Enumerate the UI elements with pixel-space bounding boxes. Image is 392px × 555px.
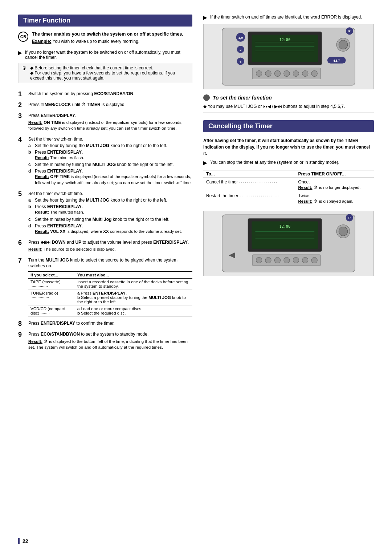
svg-point-26 [311, 70, 317, 76]
step-4b-text: Press ENTER/DISPLAY.Result: The minutes … [35, 150, 84, 161]
two-col-layout: Timer Function GB The timer enables you … [18, 15, 374, 540]
step-7: 7 Turn the MULTI JOG knob to select the … [18, 257, 192, 317]
cancel-bold-intro: After having set the timer, it will star… [203, 137, 374, 157]
svg-point-41 [256, 257, 262, 263]
step-5d-text: Press ENTER/DISPLAY.Result: VOL XX is di… [35, 223, 182, 234]
to-set-note: ◆ You may use MULTI JOG or ⏮◀ / ▶⏭ butto… [203, 104, 374, 109]
step-8-num: 8 [18, 320, 25, 327]
arrow-icon-cancel: ▶ [203, 160, 207, 166]
step-5-num: 5 [18, 191, 25, 197]
note-icon: 🎙 [21, 65, 27, 72]
svg-text:2: 2 [240, 48, 241, 52]
svg-text:1,9: 1,9 [238, 36, 243, 40]
timer-to-restart: Restart the timer ····················· [203, 192, 295, 206]
step-6-text: Press ⏮/⏭ DOWN and UP to adjust the volu… [28, 239, 192, 246]
step-8-text: Press ENTER/DISPLAY to confirm the timer… [28, 320, 192, 327]
timer-table: To... Press TIMER ON/OFF... Cancel the t… [203, 170, 374, 206]
gb-badge: GB [18, 32, 28, 42]
timer-press-restart: Twice. Result: ⏱ is displayed again. [295, 192, 374, 206]
svg-text:P: P [348, 29, 351, 33]
step-4a: a Set the hour by tuning the MULTI JOG k… [28, 143, 192, 148]
cancel-arrow-text: You can stop the timer at any time (syst… [210, 160, 339, 166]
source-tuner: TUNER (radio) ················ [28, 290, 75, 305]
step-2-content: Press TIMER/CLOCK until ⏱ TIMER is displ… [28, 102, 192, 109]
step-2: 2 Press TIMER/CLOCK until ⏱ TIMER is dis… [18, 102, 192, 109]
device-image-bottom: 12:00 P [203, 211, 374, 276]
step-5-text: Set the timer switch-off time. [28, 191, 192, 197]
step-2-num: 2 [18, 102, 25, 108]
svg-point-42 [265, 257, 271, 263]
step-1-num: 1 [18, 91, 25, 97]
note-line-1: ◆ Before setting the timer, check that t… [30, 65, 189, 70]
action-vcdcd: a Load one or more compact discs. b Sele… [75, 305, 192, 317]
page-number: 22 [18, 538, 28, 544]
col-header-source: If you select... [28, 272, 75, 279]
svg-point-14 [339, 40, 347, 49]
step-5-content: Set the timer switch-off time. a Set the… [28, 191, 192, 236]
step-4d-letter: d [28, 169, 33, 185]
right-column: ▶ If the timer switch on and off times a… [203, 15, 374, 540]
svg-point-24 [293, 70, 299, 76]
step-7-table: If you select... You must also... TAPE (… [28, 271, 192, 317]
device-svg-bottom: 12:00 P [204, 211, 373, 276]
svg-text:12:00: 12:00 [279, 224, 291, 228]
step-4-text: Set the timer switch-on time. [28, 136, 192, 142]
divider-cancel-top [203, 113, 374, 113]
note-block: 🎙 ◆ Before setting the timer, check that… [18, 63, 192, 83]
intro-bold: The timer enables you to switch the syst… [32, 32, 192, 37]
step-5a-text: Set the hour by tuning the MULTI JOG kno… [35, 198, 167, 203]
step-4-content: Set the timer switch-on time. a Set the … [28, 136, 192, 187]
step-3-result: Result: ON TIME is displayed (instead of… [28, 119, 192, 131]
left-column: Timer Function GB The timer enables you … [18, 15, 192, 540]
step-9-result: Result: ⏱ is displayed to the bottom lef… [28, 339, 192, 350]
device-image-top: 12:00 1,9 2 6 4,5,7 3,4,5,6,7 [203, 24, 374, 89]
step-7-num: 7 [18, 257, 25, 264]
timer-row-cancel: Cancel the timer ···················· On… [203, 178, 374, 192]
timer-col-to: To... [203, 170, 295, 178]
step-6-content: Press ⏮/⏭ DOWN and UP to adjust the volu… [28, 239, 192, 254]
svg-text:4,5,7: 4,5,7 [333, 59, 340, 62]
action-tuner: a Press ENTER/DISPLAY. b Select a preset… [75, 290, 192, 305]
step-7-text: Turn the MULTI JOG knob to select the so… [28, 257, 192, 270]
step-4d-text: Press ENTER/DISPLAY.Result: OFF TIME is … [35, 169, 192, 185]
arrow-icon-1: ▶ [18, 50, 22, 56]
step-2-text: Press TIMER/CLOCK until ⏱ TIMER is displ… [28, 102, 192, 108]
example-line: Example: You wish to wake up to music ev… [32, 39, 192, 44]
step-4c-text: Set the minutes by tuning the MULTI JOG … [35, 162, 174, 167]
svg-point-23 [284, 70, 290, 76]
step-5b: b Press ENTER/DISPLAY.Result: The minute… [28, 204, 192, 215]
table-row-tape: TAPE (cassette) ··············· Insert a… [28, 279, 192, 290]
svg-text:12:00: 12:00 [279, 38, 291, 42]
svg-point-45 [293, 257, 299, 263]
timer-row-restart: Restart the timer ····················· … [203, 192, 374, 206]
note-line-2: ◆ For each step, you have a few seconds … [30, 70, 189, 81]
svg-point-39 [339, 227, 347, 236]
step-4b: b Press ENTER/DISPLAY.Result: The minute… [28, 150, 192, 161]
error-note-block: ▶ If the timer switch on and off times a… [203, 15, 374, 20]
divider-1 [18, 87, 192, 87]
device-svg-top: 12:00 1,9 2 6 4,5,7 3,4,5,6,7 [204, 24, 373, 89]
timer-press-cancel: Once. Result: ⏱ is no longer displayed. [295, 178, 374, 192]
divider-bottom [18, 355, 192, 355]
step-4: 4 Set the timer switch-on time. a Set th… [18, 136, 192, 187]
step-5c: c Set the minutes by tuning the Multi Jo… [28, 217, 192, 222]
step-9-num: 9 [18, 331, 25, 338]
action-tape: Insert a recorded cassette in one of the… [75, 279, 192, 290]
step-4c: c Set the minutes by tuning the MULTI JO… [28, 162, 192, 167]
step-9-content: Press ECO/STANDBY/ON to set the system t… [28, 331, 192, 351]
svg-point-43 [274, 257, 280, 263]
step-5d: d Press ENTER/DISPLAY.Result: VOL XX is … [28, 223, 192, 234]
svg-point-44 [284, 257, 290, 263]
timer-function-header: Timer Function [18, 15, 192, 27]
table-row-tuner: TUNER (radio) ················ a Press E… [28, 290, 192, 305]
error-note-text: If the timer switch on and off times are… [210, 15, 362, 20]
svg-text:6: 6 [240, 60, 241, 64]
step-1: 1 Switch the system on by pressing ECO/S… [18, 91, 192, 98]
note-content: ◆ Before setting the timer, check that t… [30, 65, 189, 81]
step-7-content: Turn the MULTI JOG knob to select the so… [28, 257, 192, 317]
cancel-section: Cancelling the Timer After having set th… [203, 120, 374, 276]
step-3: 3 Press ENTER/DISPLAY. Result: ON TIME i… [18, 113, 192, 133]
step-4a-text: Set the hour by tuning the MULTI JOG kno… [35, 143, 167, 148]
example-text: You wish to wake up to music every morni… [52, 39, 139, 44]
step-6: 6 Press ⏮/⏭ DOWN and UP to adjust the vo… [18, 239, 192, 254]
